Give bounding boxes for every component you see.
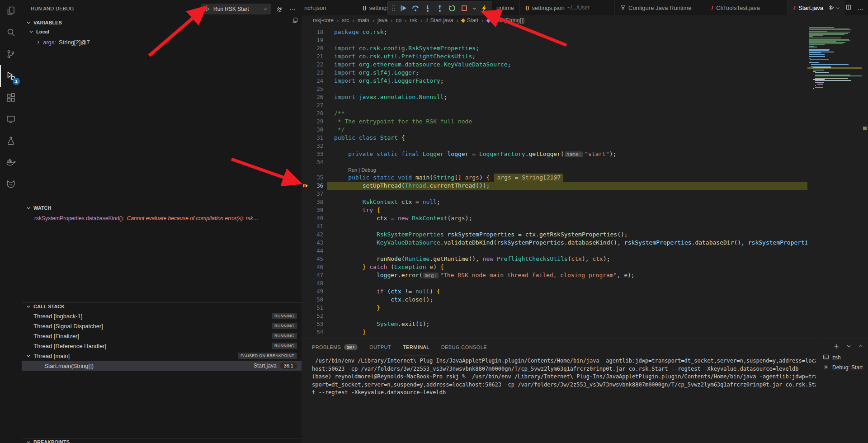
call-stack-thread[interactable]: Thread [Finalizer]RUNNING	[22, 331, 302, 341]
tab-settings-json[interactable]: {}settings.json~/.../User	[520, 0, 615, 15]
line-number[interactable]: 21	[302, 52, 323, 61]
gear-icon[interactable]	[276, 6, 283, 13]
code-text[interactable]: ctx.close();	[323, 296, 807, 304]
call-stack-thread[interactable]: Thread [Reference Handler]RUNNING	[22, 341, 302, 351]
split-editor-icon[interactable]	[845, 4, 852, 12]
breadcrumb-item[interactable]: co	[396, 17, 401, 24]
code-text[interactable]	[323, 101, 807, 109]
line-number[interactable]: 43	[302, 239, 323, 247]
code-text[interactable]: }	[323, 328, 807, 336]
panel-tab-terminal[interactable]: TERMINAL	[403, 339, 429, 355]
line-number[interactable]: 27	[302, 101, 323, 109]
code-text[interactable]	[323, 279, 807, 287]
line-number[interactable]: 48	[302, 279, 323, 287]
line-number[interactable]: 47	[302, 271, 323, 279]
code-text[interactable]: System.exit(1);	[323, 320, 807, 328]
breadcrumb-item[interactable]: rskj-core	[313, 17, 334, 24]
more-actions-icon[interactable]: …	[289, 4, 296, 11]
restart-icon[interactable]	[447, 3, 457, 13]
code-editor[interactable]: 18package co.rsk;1920import co.rsk.confi…	[302, 25, 868, 339]
code-text[interactable]: public static void main(String[] args) {…	[323, 174, 807, 182]
breadcrumb-item[interactable]: JStart.java	[425, 17, 453, 24]
line-number[interactable]: 53	[302, 320, 323, 328]
line-number[interactable]: 41	[302, 222, 323, 231]
line-number[interactable]: 54	[302, 328, 323, 336]
variable-args-row[interactable]: args: String[2]@7	[36, 39, 90, 46]
code-text[interactable]	[323, 312, 807, 320]
tab-configure-java-runtime[interactable]: Configure Java Runtime	[615, 0, 705, 15]
run-file-icon[interactable]	[829, 5, 840, 11]
codelens-run-debug[interactable]: Run | Debug	[302, 166, 807, 174]
code-text[interactable]: RskContext ctx = null;	[323, 198, 807, 206]
line-number[interactable]: 28	[302, 109, 323, 118]
copy-icon[interactable]	[292, 17, 298, 24]
code-text[interactable]: import org.ethereum.datasource.KeyValueD…	[323, 61, 807, 69]
code-text[interactable]: import co.rsk.util.PreflightChecksUtils;	[323, 52, 807, 61]
stop-dropdown-icon[interactable]	[472, 3, 477, 13]
search-icon[interactable]	[0, 22, 22, 43]
tab-nch-json[interactable]: nch.json	[302, 0, 357, 15]
line-number[interactable]: 24	[302, 77, 323, 85]
code-text[interactable]: import org.slf4j.LoggerFactory;	[323, 77, 807, 85]
terminal-session-debug-start[interactable]: Debug: Start	[817, 363, 868, 372]
fox-extension-icon[interactable]	[0, 174, 22, 195]
line-number[interactable]: 42	[302, 231, 323, 239]
watch-section-header[interactable]: WATCH	[26, 205, 52, 211]
breadcrumb-item[interactable]: main	[358, 17, 369, 24]
panel-tab-problems[interactable]: PROBLEMS1K+	[312, 339, 358, 355]
current-instruction-pointer-icon[interactable]	[302, 182, 310, 192]
code-text[interactable]: if (ctx != null) {	[323, 287, 807, 296]
code-text[interactable]: package co.rsk;	[323, 28, 807, 36]
line-number[interactable]: 50	[302, 296, 323, 304]
code-text[interactable]	[323, 158, 807, 166]
call-stack-thread[interactable]: Thread [Signal Dispatcher]RUNNING	[22, 321, 302, 331]
breadcrumb-item[interactable]: main(String[])	[487, 17, 525, 24]
call-stack-section-header[interactable]: CALL STACK	[26, 304, 65, 309]
code-text[interactable]: try {	[323, 206, 807, 214]
line-number[interactable]: 52	[302, 312, 323, 320]
stop-icon[interactable]	[459, 3, 469, 13]
code-text[interactable]: /**	[323, 109, 807, 118]
run-and-debug-icon[interactable]: 1	[0, 65, 22, 87]
terminal-session-zsh[interactable]: zsh	[817, 353, 868, 363]
tab-clitoolstest-java[interactable]: JCliToolsTest.java	[705, 0, 788, 15]
remote-explorer-icon[interactable]	[0, 108, 22, 130]
code-text[interactable]: KeyValueDataSource.validateDbKind(rskSys…	[323, 239, 807, 247]
line-number[interactable]: 29	[302, 118, 323, 126]
line-number[interactable]: 38	[302, 198, 323, 206]
breadcrumb-item[interactable]: rsk	[410, 17, 417, 24]
call-stack-frame[interactable]: Start.main(String[])Start.java36:1	[22, 361, 302, 371]
code-text[interactable]: */	[323, 126, 807, 134]
line-number[interactable]: 25	[302, 85, 323, 93]
code-text[interactable]: logger.error(msg:"The RSK node main thre…	[323, 271, 807, 279]
line-number[interactable]: 31	[302, 134, 323, 142]
watch-expression-row[interactable]: rskSystemProperties.databaseKind(): Cann…	[34, 215, 259, 222]
code-text[interactable]: RskSystemProperties rskSystemProperties …	[323, 231, 807, 239]
code-text[interactable]	[323, 247, 807, 255]
breakpoints-section-header[interactable]: BREAKPOINTS	[26, 439, 70, 443]
testing-icon[interactable]	[0, 130, 22, 152]
code-text[interactable]: } catch (Exception e) {	[323, 263, 807, 271]
breadcrumb-item[interactable]: src	[342, 17, 349, 24]
line-number[interactable]: 46	[302, 263, 323, 271]
line-number[interactable]: 18	[302, 28, 323, 36]
code-text[interactable]: }	[323, 304, 807, 312]
line-number[interactable]: 51	[302, 304, 323, 312]
variables-scope-local[interactable]: Local	[29, 29, 49, 34]
explorer-icon[interactable]	[0, 0, 22, 22]
line-number[interactable]: 39	[302, 206, 323, 214]
toolbar-grip[interactable]	[391, 3, 396, 13]
code-text[interactable]: import org.slf4j.Logger;	[323, 69, 807, 77]
line-number[interactable]: 49	[302, 287, 323, 296]
panel-tab-output[interactable]: OUTPUT	[369, 339, 391, 355]
line-number[interactable]: 22	[302, 61, 323, 69]
line-number[interactable]: 40	[302, 214, 323, 222]
continue-icon[interactable]	[398, 3, 408, 13]
line-number[interactable]: 23	[302, 69, 323, 77]
breadcrumb-item[interactable]: Start	[462, 17, 478, 24]
step-into-icon[interactable]	[423, 3, 433, 13]
hot-code-replace-icon[interactable]	[479, 3, 489, 13]
minimap[interactable]	[807, 25, 862, 339]
line-number[interactable]: 44	[302, 247, 323, 255]
step-out-icon[interactable]	[435, 3, 445, 13]
